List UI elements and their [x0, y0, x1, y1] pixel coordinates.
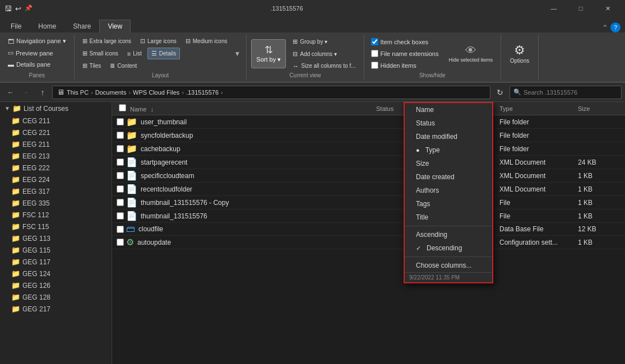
- details-button[interactable]: ☰ Details: [147, 48, 180, 59]
- table-row[interactable]: 📁 cachebackup File folder: [112, 142, 625, 156]
- sidebar-item-fsc112[interactable]: 📁 FSC 112: [0, 209, 112, 221]
- preview-pane-button[interactable]: ▭ Preview pane: [4, 48, 57, 58]
- table-row[interactable]: 📄 thumbnail_131515576 - Copy File 1 KB: [112, 196, 625, 209]
- sidebar-item-geg117[interactable]: 📁 GEG 117: [0, 256, 112, 268]
- row-checkbox[interactable]: [117, 145, 124, 152]
- folder-icon: 📁: [11, 269, 20, 278]
- sidebar-item-geg113[interactable]: 📁 GEG 113: [0, 232, 112, 244]
- group-by-button[interactable]: ⊞ Group by ▾: [289, 36, 359, 47]
- close-button[interactable]: ✕: [595, 0, 621, 17]
- sidebar-item-eeg224[interactable]: 📁 EEG 224: [0, 174, 112, 185]
- tab-view[interactable]: View: [99, 20, 131, 32]
- sidebar-item-eeg335[interactable]: 📁 EEG 335: [0, 197, 112, 209]
- sidebar-item-geg124[interactable]: 📁 GEG 124: [0, 268, 112, 279]
- tiles-button[interactable]: ⊞ Tiles: [79, 60, 105, 71]
- address-path[interactable]: 🖥 This PC › Documents › WPS Cloud Files …: [52, 86, 490, 99]
- table-row[interactable]: 🗃 cloudfile Data Base File 12 KB: [112, 223, 625, 236]
- sidebar-item-geg115[interactable]: 📁 GEG 115: [0, 244, 112, 256]
- back-button[interactable]: ←: [3, 85, 18, 100]
- tab-home[interactable]: Home: [30, 20, 64, 32]
- table-row[interactable]: 📄 recentcloudfolder XML Document 1 KB: [112, 183, 625, 196]
- tab-share[interactable]: Share: [64, 20, 99, 32]
- panes-label: Panes: [29, 72, 45, 78]
- sidebar-item-eeg213[interactable]: 📁 EEG 213: [0, 150, 112, 162]
- folder-icon: 📁: [11, 199, 20, 207]
- table-row[interactable]: 📁 syncfolderbackup File folder: [112, 129, 625, 142]
- row-checkbox[interactable]: [117, 239, 124, 246]
- table-row[interactable]: ⚙ autoupdate Configuration sett... 1 KB: [112, 236, 625, 249]
- sort-tags-item[interactable]: Tags: [405, 197, 492, 211]
- sidebar-item-fsc115[interactable]: 📁 FSC 115: [0, 221, 112, 232]
- navigation-pane-button[interactable]: 🗔 Navigation pane ▾: [4, 36, 70, 46]
- maximize-button[interactable]: □: [568, 0, 594, 17]
- medium-icons-button[interactable]: ⊟ Medium icons: [182, 36, 231, 46]
- sidebar-header[interactable]: ▼ 📁 List of Courses: [0, 102, 112, 115]
- file-name-extensions-option[interactable]: File name extensions: [369, 49, 441, 58]
- row-checkbox[interactable]: [117, 158, 124, 166]
- sidebar-item-ceg221[interactable]: 📁 CEG 221: [0, 127, 112, 138]
- small-icon: ⊞: [82, 50, 87, 57]
- table-row[interactable]: 📄 specificcloudteam XML Document 1 KB: [112, 169, 625, 183]
- sort-by-button[interactable]: ⇅ Sort by ▾: [251, 39, 286, 68]
- row-checkbox[interactable]: [117, 212, 124, 220]
- ribbon-collapse-icon[interactable]: ⌃: [602, 24, 608, 32]
- hide-selected-button[interactable]: 👁 Hide selected items: [445, 39, 496, 68]
- minimize-button[interactable]: —: [541, 0, 567, 17]
- sidebar-item-eeg211[interactable]: 📁 EEG 211: [0, 138, 112, 150]
- extra-large-icons-button[interactable]: ⊞ Extra large icons: [79, 36, 135, 46]
- col-type[interactable]: Type: [497, 104, 576, 113]
- row-checkbox[interactable]: [117, 118, 124, 125]
- details-pane-button[interactable]: ▬ Details pane: [4, 59, 54, 69]
- sidebar-item-geg217[interactable]: 📁 GEG 217: [0, 303, 112, 315]
- sort-date-created-item[interactable]: Date created: [405, 170, 492, 184]
- sort-descending-item[interactable]: ✓ Descending: [405, 241, 492, 255]
- sort-type-item[interactable]: ● Type: [405, 143, 492, 157]
- content-button[interactable]: ≣ Content: [107, 60, 140, 71]
- sort-name-item[interactable]: Name: [405, 103, 492, 116]
- main-area: ▼ 📁 List of Courses 📁 CEG 211 📁 CEG 221 …: [0, 102, 625, 364]
- tab-file[interactable]: File: [2, 20, 30, 32]
- select-all-checkbox[interactable]: [119, 104, 126, 111]
- sidebar-item-geg128[interactable]: 📁 GEG 128: [0, 291, 112, 303]
- size-all-columns-button[interactable]: ↔ Size all columns to f...: [289, 61, 359, 71]
- hidden-items-checkbox[interactable]: [371, 62, 378, 69]
- item-checkboxes-option[interactable]: Item check boxes: [369, 37, 441, 46]
- up-button[interactable]: ↑: [35, 85, 50, 100]
- row-checkbox[interactable]: [117, 185, 124, 193]
- sort-title-item[interactable]: Title: [405, 211, 492, 224]
- sort-date-modified-item[interactable]: Date modified: [405, 130, 492, 143]
- sidebar-item-ceg211[interactable]: 📁 CEG 211: [0, 115, 112, 127]
- sort-size-item[interactable]: Size: [405, 157, 492, 170]
- choose-columns-item[interactable]: Choose columns...: [405, 259, 492, 272]
- row-checkbox[interactable]: [117, 199, 124, 206]
- list-button[interactable]: ≡ List: [124, 48, 145, 59]
- sidebar-item-eeg222[interactable]: 📁 EEG 222: [0, 162, 112, 174]
- item-checkboxes-checkbox[interactable]: [371, 38, 378, 45]
- file-name-ext-checkbox[interactable]: [371, 50, 378, 57]
- sort-status-item[interactable]: Status: [405, 116, 492, 130]
- row-checkbox[interactable]: [117, 226, 124, 233]
- hidden-items-option[interactable]: Hidden items: [369, 60, 441, 70]
- small-icons-button[interactable]: ⊞ Small icons: [79, 48, 122, 59]
- row-checkbox[interactable]: [117, 132, 124, 139]
- table-row[interactable]: 📁 user_thumbnail File folder: [112, 115, 625, 129]
- col-name[interactable]: Name ↓: [117, 103, 374, 114]
- layout-scroll-down-icon[interactable]: ▼: [233, 49, 242, 59]
- sidebar-item-eeg317[interactable]: 📁 EEG 317: [0, 185, 112, 197]
- sidebar-label: CEG 221: [22, 129, 50, 137]
- sidebar-item-geg126[interactable]: 📁 GEG 126: [0, 279, 112, 291]
- refresh-button[interactable]: ↻: [493, 85, 507, 100]
- table-row[interactable]: 📄 thumbnail_131515576 File 1 KB: [112, 209, 625, 223]
- sort-ascending-item[interactable]: Ascending: [405, 228, 492, 241]
- preview-icon: ▭: [8, 49, 13, 57]
- table-row[interactable]: 📄 startpagerecent 9/22/2022 11:35 PM XML…: [112, 156, 625, 169]
- options-button[interactable]: ⚙ Options: [506, 39, 534, 68]
- add-columns-button[interactable]: ⊟ Add columns ▾: [289, 49, 359, 59]
- help-icon[interactable]: ?: [610, 22, 621, 32]
- search-box[interactable]: 🔍 Search .131515576: [510, 86, 622, 99]
- forward-button[interactable]: →: [18, 85, 33, 100]
- col-size[interactable]: Size: [576, 104, 621, 113]
- sort-authors-item[interactable]: Authors: [405, 184, 492, 197]
- large-icons-button[interactable]: ⊡ Large icons: [137, 36, 180, 46]
- row-checkbox[interactable]: [117, 172, 124, 179]
